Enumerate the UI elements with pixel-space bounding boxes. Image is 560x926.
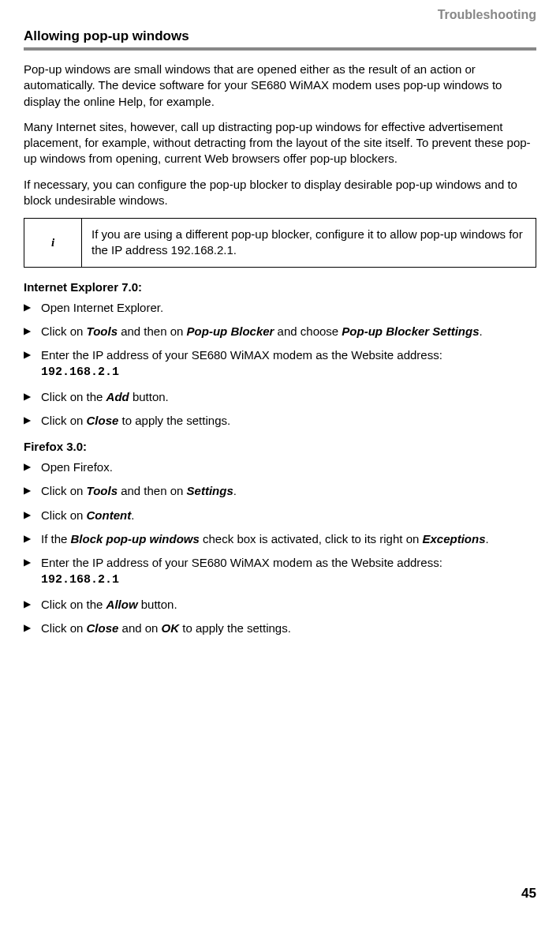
step-bold: Close	[87, 621, 119, 635]
step-text: and then on	[118, 324, 187, 338]
section-title: Allowing pop-up windows	[24, 28, 536, 44]
step-text: If the	[41, 532, 71, 545]
list-item: Click on Content.	[24, 508, 536, 523]
step-bold: Pop-up Blocker	[187, 324, 274, 338]
step-bold: Pop-up Blocker Settings	[342, 324, 479, 338]
step-text: Open Firefox.	[41, 460, 113, 474]
list-item: Click on Tools and then on Settings.	[24, 483, 536, 499]
step-text: to apply the settings.	[179, 621, 291, 635]
paragraph-3: If necessary, you can configure the pop-…	[24, 177, 536, 209]
step-text: Click on the	[41, 598, 106, 611]
step-text: to apply the settings.	[118, 414, 230, 427]
section-divider	[24, 47, 536, 51]
step-text: Enter the IP address of your SE680 WiMAX…	[41, 348, 442, 362]
step-text: Click on	[41, 324, 87, 338]
step-text: .	[233, 484, 237, 497]
step-text: Enter the IP address of your SE680 WiMAX…	[41, 556, 442, 569]
step-text: and choose	[274, 324, 342, 338]
note-box: i If you are using a different pop-up bl…	[24, 218, 536, 268]
step-bold: Close	[87, 414, 119, 427]
step-text: Click on	[41, 414, 87, 427]
list-item: Click on Tools and then on Pop-up Blocke…	[24, 324, 536, 339]
list-item: Click on the Allow button.	[24, 597, 536, 613]
paragraph-1: Pop-up windows are small windows that ar…	[24, 62, 536, 110]
step-text: .	[480, 324, 483, 338]
step-text: .	[131, 508, 134, 522]
list-item: If the Block pop-up windows check box is…	[24, 531, 536, 547]
step-bold: OK	[162, 621, 180, 635]
paragraph-2: Many Internet sites, however, call up di…	[24, 119, 536, 167]
ie-steps: Open Internet Explorer. Click on Tools a…	[24, 300, 536, 429]
step-bold: Settings	[187, 484, 233, 497]
step-text: Open Internet Explorer.	[41, 301, 163, 314]
list-item: Open Internet Explorer.	[24, 300, 536, 316]
step-bold: Tools	[87, 484, 118, 497]
step-text: Click on the	[41, 390, 106, 403]
list-item: Enter the IP address of your SE680 WiMAX…	[24, 555, 536, 589]
step-bold: Content	[87, 508, 132, 522]
list-item: Open Firefox.	[24, 459, 536, 475]
step-bold: Allow	[106, 598, 138, 611]
ff-heading: Firefox 3.0:	[24, 440, 536, 453]
ff-steps: Open Firefox. Click on Tools and then on…	[24, 459, 536, 636]
step-code: 192.168.2.1	[41, 573, 119, 587]
step-text: check box is activated, click to its rig…	[200, 532, 423, 545]
step-text: button.	[129, 390, 169, 403]
step-text: .	[486, 532, 489, 545]
ie-heading: Internet Explorer 7.0:	[24, 280, 536, 294]
step-bold: Exceptions	[422, 532, 485, 545]
step-text: Click on	[41, 484, 87, 497]
step-text: and on	[118, 621, 161, 635]
list-item: Click on Close and on OK to apply the se…	[24, 620, 536, 636]
list-item: Click on Close to apply the settings.	[24, 413, 536, 429]
step-bold: Block pop-up windows	[71, 532, 200, 545]
step-bold: Add	[106, 390, 129, 403]
note-text: If you are using a different pop-up bloc…	[82, 219, 536, 268]
step-bold: Tools	[87, 324, 118, 338]
step-text: button.	[138, 598, 177, 611]
page-number: 45	[521, 886, 536, 902]
step-text: Click on	[41, 508, 87, 522]
step-text: and then on	[118, 484, 187, 497]
header-label: Troubleshooting	[24, 8, 536, 22]
info-icon: i	[24, 219, 82, 268]
list-item: Enter the IP address of your SE680 WiMAX…	[24, 347, 536, 381]
list-item: Click on the Add button.	[24, 389, 536, 405]
step-text: Click on	[41, 621, 87, 635]
step-code: 192.168.2.1	[41, 366, 119, 379]
